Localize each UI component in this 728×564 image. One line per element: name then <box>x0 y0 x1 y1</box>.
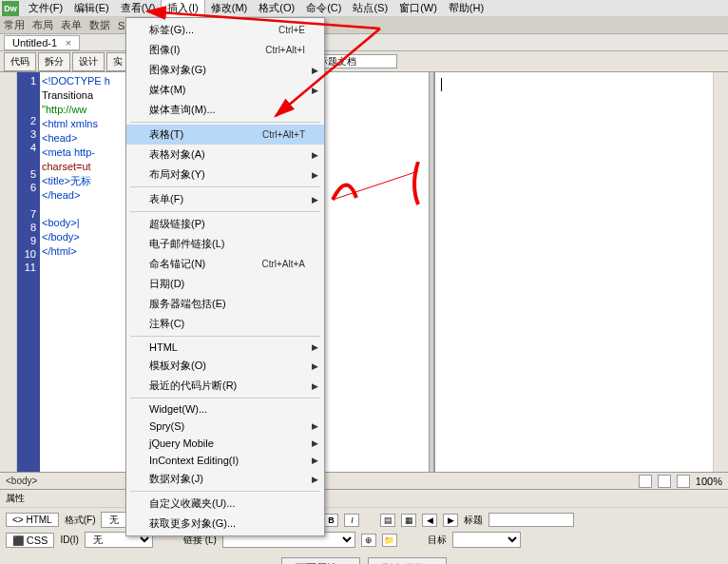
tb-form[interactable]: 表单 <box>61 18 82 32</box>
title-label: 标题 <box>464 514 483 527</box>
code-gutter <box>0 72 17 472</box>
menu-commands[interactable]: 命令(C) <box>300 0 347 17</box>
menu-format[interactable]: 格式(O) <box>253 0 300 17</box>
dd-date[interactable]: 日期(D) <box>126 274 324 294</box>
tb-layout[interactable]: 布局 <box>32 18 53 32</box>
menu-separator <box>130 186 320 187</box>
indent-button[interactable]: ▶ <box>443 514 458 527</box>
dd-jquery-mobile[interactable]: jQuery Mobile▶ <box>126 435 324 452</box>
format-label: 格式(F) <box>65 514 96 527</box>
app-logo: Dw <box>2 1 19 16</box>
browse-folder-icon[interactable]: 📁 <box>382 534 397 547</box>
dd-recent-snippets[interactable]: 最近的代码片断(R)▶ <box>126 376 324 396</box>
menu-file[interactable]: 文件(F) <box>23 0 68 17</box>
dd-named-anchor[interactable]: 命名锚记(N)Ctrl+Alt+A <box>126 254 324 274</box>
menu-modify[interactable]: 修改(M) <box>205 0 254 17</box>
props-css-button[interactable]: ⬛ CSS <box>6 533 54 548</box>
dd-form[interactable]: 表单(F)▶ <box>126 189 324 209</box>
dd-incontext[interactable]: InContext Editing(I)▶ <box>126 452 324 469</box>
preview-scrollbar[interactable] <box>713 72 728 472</box>
properties-header[interactable]: 属性 <box>0 490 728 508</box>
menu-insert[interactable]: 插入(I) <box>161 0 204 18</box>
menu-separator <box>130 336 320 337</box>
tb-common[interactable]: 常用 <box>4 18 25 32</box>
menubar: Dw 文件(F) 编辑(E) 查看(V) 插入(I) 修改(M) 格式(O) 命… <box>0 0 728 17</box>
zoom-level[interactable]: 100% <box>696 476 722 487</box>
menu-site[interactable]: 站点(S) <box>347 0 393 17</box>
dd-html[interactable]: HTML▶ <box>126 339 324 356</box>
list-item-button: 列表项目... <box>368 557 447 564</box>
id-label: ID(I) <box>60 535 78 545</box>
title-input[interactable] <box>489 513 574 527</box>
point-to-file-icon[interactable]: ⊕ <box>361 534 376 547</box>
props-html-button[interactable]: <> HTML <box>6 513 59 527</box>
dd-table[interactable]: 表格(T)Ctrl+Alt+T <box>126 125 324 145</box>
submenu-arrow-icon: ▶ <box>312 86 318 95</box>
ul-button[interactable]: ▤ <box>380 514 395 527</box>
dd-media-query[interactable]: 媒体查询(M)... <box>126 100 324 120</box>
italic-button[interactable]: I <box>344 514 359 527</box>
dd-data-objects[interactable]: 数据对象(J)▶ <box>126 469 324 489</box>
dd-media[interactable]: 媒体(M)▶ <box>126 80 324 100</box>
dd-template-objects[interactable]: 模板对象(O)▶ <box>126 356 324 376</box>
dd-customize-favorites[interactable]: 自定义收藏夹(U)... <box>126 494 324 514</box>
outdent-button[interactable]: ◀ <box>422 514 437 527</box>
dd-spry[interactable]: Spry(S)▶ <box>126 418 324 435</box>
dd-hyperlink[interactable]: 超级链接(P) <box>126 214 324 234</box>
close-tab-icon[interactable]: × <box>66 37 71 49</box>
dd-image[interactable]: 图像(I)Ctrl+Alt+I <box>126 40 324 60</box>
view-toolbar: 代码 拆分 设计 实 <box>0 51 728 72</box>
cursor-caret <box>441 78 442 91</box>
submenu-arrow-icon: ▶ <box>312 438 318 448</box>
properties-panel: 属性 <> HTML 格式(F) 无 类 无 B I ▤ ▦ ◀ ▶ 标题 ⬛ … <box>0 489 728 564</box>
menu-separator <box>130 122 320 123</box>
line-numbers: 1 2 3 4 5 6 7 8 9 10 11 <box>17 72 40 472</box>
design-preview[interactable] <box>434 72 728 472</box>
menu-separator <box>130 398 320 399</box>
menu-separator <box>130 491 320 492</box>
view-split-button[interactable]: 拆分 <box>38 52 70 71</box>
menu-edit[interactable]: 编辑(E) <box>68 0 115 17</box>
insert-toolbar: 常用 布局 表单 数据 Spry <box>0 17 728 34</box>
view-design-button[interactable]: 设计 <box>72 52 105 71</box>
submenu-arrow-icon: ▶ <box>312 381 318 391</box>
submenu-arrow-icon: ▶ <box>312 342 318 352</box>
breadcrumb[interactable]: <body> <box>6 476 37 486</box>
dd-layout-objects[interactable]: 布局对象(Y)▶ <box>126 165 324 185</box>
menu-view[interactable]: 查看(V) <box>115 0 162 17</box>
target-label: 目标 <box>428 534 447 547</box>
submenu-arrow-icon: ▶ <box>312 361 318 371</box>
menu-window[interactable]: 窗口(W) <box>393 0 443 17</box>
target-select[interactable] <box>452 532 521 548</box>
submenu-arrow-icon: ▶ <box>312 170 318 180</box>
file-tab[interactable]: Untitled-1 × <box>4 35 80 50</box>
dd-widget[interactable]: Widget(W)... <box>126 400 324 418</box>
submenu-arrow-icon: ▶ <box>312 421 318 431</box>
submenu-arrow-icon: ▶ <box>312 150 318 160</box>
menu-help[interactable]: 帮助(H) <box>443 0 489 17</box>
view-code-button[interactable]: 代码 <box>4 52 36 71</box>
dd-comment[interactable]: 注释(C) <box>126 314 324 334</box>
hand-tool-icon[interactable] <box>658 475 671 488</box>
menu-separator <box>130 211 320 212</box>
ol-button[interactable]: ▦ <box>401 514 416 527</box>
select-tool-icon[interactable] <box>639 475 652 488</box>
status-bar: <body> 100% <box>0 472 728 489</box>
dd-table-objects[interactable]: 表格对象(A)▶ <box>126 145 324 165</box>
dd-email-link[interactable]: 电子邮件链接(L) <box>126 234 324 254</box>
page-properties-button[interactable]: 页面属性... <box>281 557 360 564</box>
dd-tag[interactable]: 标签(G)...Ctrl+E <box>126 20 324 40</box>
submenu-arrow-icon: ▶ <box>312 456 318 465</box>
insert-menu-dropdown: 标签(G)...Ctrl+E 图像(I)Ctrl+Alt+I 图像对象(G)▶ … <box>125 17 325 536</box>
zoom-tool-icon[interactable] <box>677 475 690 488</box>
dd-image-objects[interactable]: 图像对象(G)▶ <box>126 60 324 80</box>
main-area: 1 2 3 4 5 6 7 8 9 10 11 <!DOCTYPE h Tran… <box>0 72 728 472</box>
submenu-arrow-icon: ▶ <box>312 66 318 75</box>
bold-button[interactable]: B <box>323 514 338 527</box>
file-tab-label: Untitled-1 <box>12 37 57 49</box>
dd-get-more[interactable]: 获取更多对象(G)... <box>126 514 324 534</box>
file-tabs: Untitled-1 × <box>0 34 728 51</box>
submenu-arrow-icon: ▶ <box>312 475 318 484</box>
tb-data[interactable]: 数据 <box>89 18 110 32</box>
dd-ssi[interactable]: 服务器端包括(E) <box>126 294 324 314</box>
